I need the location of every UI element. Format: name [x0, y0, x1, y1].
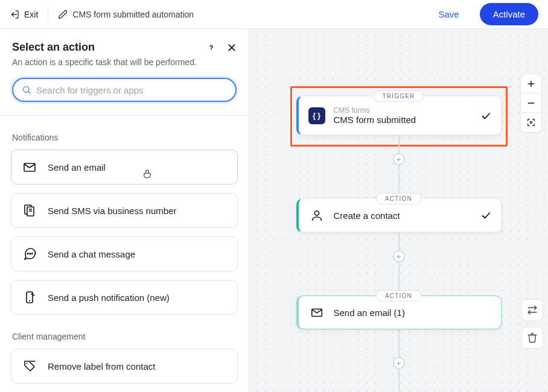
push-icon: [22, 290, 37, 305]
svg-line-6: [28, 92, 30, 93]
check-icon: [480, 210, 491, 221]
action-label: Send an email: [48, 162, 106, 172]
automation-canvas[interactable]: TRIGGER { } CMS forms CMS form submitted…: [249, 29, 548, 392]
chat-icon: [22, 247, 37, 261]
delete-button[interactable]: [521, 327, 543, 349]
zoom-out-button[interactable]: [520, 93, 542, 113]
node-title: Create a contact: [334, 210, 472, 221]
action-label: Send SMS via business number: [48, 206, 176, 216]
action-send-push[interactable]: Send a push notification (new): [11, 280, 238, 315]
save-button[interactable]: Save: [430, 4, 467, 24]
action-pill: ACTION: [376, 193, 421, 204]
action-send-sms[interactable]: Send SMS via business number: [11, 193, 238, 228]
automation-title[interactable]: CMS form submitted automation: [58, 10, 194, 19]
action-label: Send a chat message: [48, 249, 135, 259]
close-icon[interactable]: [227, 43, 237, 52]
trigger-pill: TRIGGER: [374, 90, 424, 102]
svg-point-20: [314, 211, 319, 215]
action-remove-label[interactable]: Remove label from contact: [11, 349, 238, 384]
svg-point-1: [207, 43, 215, 51]
zoom-in-button[interactable]: [520, 74, 542, 93]
add-step-button[interactable]: +: [393, 357, 405, 369]
mail-icon: [308, 304, 325, 321]
action-send-email[interactable]: Send an email: [11, 150, 238, 185]
action-picker-panel: Select an action An action is a specific…: [0, 29, 249, 392]
action-pill: ACTION: [376, 290, 421, 302]
separator: [48, 8, 48, 21]
search-input[interactable]: [36, 85, 227, 95]
action-label: Send a push notification (new): [48, 292, 170, 303]
zoom-toolbar: [520, 74, 542, 133]
panel-title: Select an action: [12, 41, 95, 54]
add-step-button[interactable]: +: [393, 250, 405, 262]
node-title: Send an email (1): [334, 308, 491, 318]
action-label: Remove label from contact: [48, 361, 155, 371]
tag-remove-icon: [22, 359, 37, 373]
svg-point-14: [31, 253, 33, 254]
trigger-subtitle: CMS forms: [334, 106, 472, 115]
section-client-mgmt: Client management: [12, 332, 238, 341]
search-icon: [22, 85, 31, 95]
swap-button[interactable]: [521, 299, 543, 321]
add-step-button[interactable]: +: [393, 153, 405, 165]
automation-title-text: CMS form submitted automation: [72, 10, 194, 19]
sms-icon: [22, 203, 37, 218]
fit-view-button[interactable]: [520, 113, 542, 132]
svg-point-12: [27, 253, 28, 254]
node-tools: [521, 299, 543, 349]
exit-icon: [10, 10, 19, 19]
svg-point-5: [24, 87, 29, 92]
search-input-wrap[interactable]: [12, 78, 237, 102]
section-notifications: Notifications: [12, 133, 238, 142]
trigger-title: CMS form submitted: [334, 115, 472, 125]
cms-icon: { }: [308, 107, 325, 124]
exit-label: Exit: [24, 10, 38, 19]
panel-subtitle: An action is a specific task that will b…: [12, 57, 237, 67]
svg-point-17: [27, 363, 28, 364]
contact-icon: [308, 207, 325, 224]
help-icon[interactable]: [206, 43, 216, 52]
svg-point-13: [30, 253, 31, 254]
top-bar: Exit CMS form submitted automation Save …: [0, 0, 548, 29]
activate-button[interactable]: Activate: [480, 3, 538, 25]
cursor-icon: [142, 168, 153, 179]
mail-icon: [22, 160, 37, 174]
action-send-chat[interactable]: Send a chat message: [11, 236, 238, 271]
edit-icon: [58, 10, 68, 19]
check-icon: [480, 110, 491, 121]
svg-point-2: [211, 49, 211, 50]
svg-point-25: [530, 121, 532, 123]
exit-button[interactable]: Exit: [10, 10, 38, 19]
